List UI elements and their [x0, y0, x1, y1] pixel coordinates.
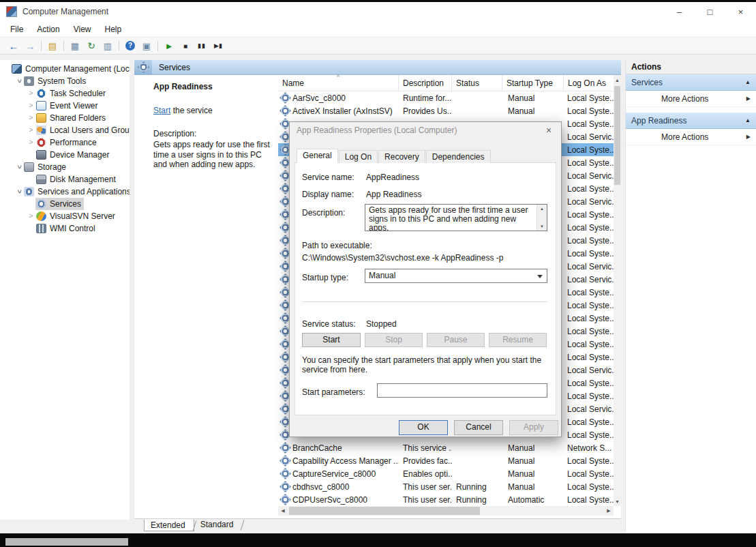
- start-parameters-input[interactable]: [377, 383, 547, 398]
- properties-button[interactable]: ▦: [67, 38, 83, 53]
- tree-item[interactable]: WMI Control: [0, 222, 130, 235]
- expander-icon[interactable]: [27, 102, 35, 109]
- cell-logon-as: Local Syste...: [564, 249, 614, 258]
- description-box[interactable]: Gets apps ready for use the first time a…: [365, 204, 547, 231]
- actions-group-app-readiness-header[interactable]: App Readiness ▲: [626, 113, 756, 129]
- scroll-right-icon[interactable]: ▶: [604, 506, 614, 516]
- ok-button[interactable]: OK: [399, 420, 448, 435]
- column-header[interactable]: Description: [399, 75, 452, 91]
- dialog-tabs: General Log On Recovery Dependencies: [297, 150, 492, 163]
- column-header[interactable]: Log On As: [564, 75, 614, 91]
- expander-icon[interactable]: [14, 188, 23, 195]
- tab-standard[interactable]: Standard: [194, 519, 242, 531]
- minimize-icon[interactable]: –: [664, 2, 695, 21]
- start-service-link[interactable]: Start: [153, 106, 170, 115]
- maximize-icon[interactable]: □: [695, 2, 725, 21]
- service-row[interactable]: Capability Access Manager ... Provides f…: [278, 454, 614, 467]
- column-header[interactable]: Status: [452, 75, 502, 91]
- tree-item[interactable]: Device Manager: [0, 149, 130, 161]
- scroll-left-icon[interactable]: ◀: [278, 506, 288, 516]
- collapse-icon[interactable]: ▲: [745, 117, 751, 123]
- cell-logon-as: Local Syste...: [564, 106, 614, 116]
- service-row[interactable]: cbdhsvc_c8000 This user ser... Running M…: [278, 480, 614, 493]
- tree-item-core: Event Viewer: [35, 100, 100, 112]
- tree-item[interactable]: Task Scheduler: [0, 87, 130, 100]
- tree-item[interactable]: System Tools: [0, 75, 130, 87]
- actions-group-label: App Readiness: [631, 116, 686, 125]
- scroll-down-icon[interactable]: ▼: [614, 497, 621, 506]
- start-service-button[interactable]: ▶: [161, 38, 177, 53]
- menu-item[interactable]: Action: [30, 23, 66, 36]
- service-row[interactable]: CaptureService_c8000 Enables opti... Man…: [278, 467, 614, 480]
- refresh-button[interactable]: ↻: [83, 38, 100, 53]
- forward-button[interactable]: →: [22, 38, 38, 53]
- tree-item[interactable]: Storage: [0, 161, 130, 173]
- pause-service-button[interactable]: ▮▮: [194, 38, 210, 53]
- tree-item[interactable]: Disk Management: [0, 173, 130, 186]
- start-button[interactable]: Start: [302, 333, 361, 347]
- expander-icon[interactable]: [27, 115, 35, 121]
- tree-item-label: System Tools: [37, 76, 86, 86]
- scroll-down-icon[interactable]: ▼: [537, 222, 547, 231]
- tree-item[interactable]: Local Users and Groups: [0, 124, 130, 136]
- cell-name: Capability Access Manager ...: [292, 456, 399, 466]
- tree-item[interactable]: Services and Applications: [0, 186, 130, 198]
- actions-group-services-header[interactable]: Services ▲: [626, 74, 756, 91]
- scrollbar-thumb[interactable]: [289, 507, 480, 515]
- restart-service-button[interactable]: ▶▮: [210, 38, 226, 53]
- scrollbar-thumb[interactable]: [614, 86, 620, 185]
- column-header[interactable]: Startup Type: [502, 75, 564, 91]
- tree-item[interactable]: Performance: [0, 136, 130, 149]
- menu-item[interactable]: View: [67, 23, 98, 36]
- tree-item[interactable]: Event Viewer: [0, 100, 130, 112]
- service-row[interactable]: CDPUserSvc_c8000 This user ser... Runnin…: [278, 493, 614, 506]
- services-gear-icon: [134, 60, 152, 75]
- tree-item[interactable]: Shared Folders: [0, 112, 130, 124]
- tree-item[interactable]: Services: [0, 198, 130, 210]
- expander-icon[interactable]: [14, 164, 23, 171]
- description-scrollbar[interactable]: ▲ ▼: [536, 205, 547, 231]
- cell-startup-type: Manual: [502, 469, 564, 479]
- list-horizontal-scrollbar[interactable]: ◀ ▶: [278, 506, 614, 516]
- dialog-close-icon[interactable]: ×: [536, 122, 561, 138]
- cancel-button[interactable]: Cancel: [454, 420, 503, 435]
- tree-item[interactable]: VisualSVN Server: [0, 210, 130, 222]
- tree-item[interactable]: Computer Management (Local: [0, 63, 130, 75]
- tree-item-core: Services: [35, 198, 84, 210]
- help-button[interactable]: ?: [122, 38, 138, 53]
- service-name-label: Service name:: [302, 173, 354, 182]
- service-row[interactable]: BranchCache This service ... Manual Netw…: [278, 441, 614, 454]
- service-row[interactable]: AarSvc_c8000 Runtime for... Manual Local…: [278, 91, 614, 104]
- show-action-pane-button[interactable]: ▣: [138, 38, 155, 53]
- list-vertical-scrollbar[interactable]: ▲ ▼: [614, 75, 621, 506]
- scroll-up-icon[interactable]: ▲: [537, 205, 547, 213]
- stop-service-button[interactable]: ■: [177, 38, 194, 53]
- close-icon[interactable]: ×: [725, 2, 756, 21]
- menu-item[interactable]: Help: [98, 23, 129, 36]
- scroll-up-icon[interactable]: ▲: [614, 75, 621, 85]
- dialog-tab[interactable]: General: [297, 149, 338, 163]
- show-console-tree-button[interactable]: ▤: [44, 38, 61, 53]
- cell-logon-as: Local Servic...: [564, 275, 614, 284]
- expander-icon[interactable]: [27, 213, 35, 220]
- service-row[interactable]: ActiveX Installer (AxInstSV) Provides Us…: [278, 104, 614, 117]
- back-button[interactable]: ←: [5, 38, 22, 53]
- dialog-tab[interactable]: Dependencies: [426, 150, 491, 163]
- menu-item[interactable]: File: [3, 23, 30, 36]
- divider: [302, 301, 547, 302]
- tab-extended[interactable]: Extended: [144, 519, 194, 531]
- dialog-tab[interactable]: Log On: [339, 150, 378, 163]
- cell-logon-as: Local Syste...: [564, 379, 614, 388]
- expander-icon[interactable]: [27, 139, 35, 146]
- dialog-tab[interactable]: Recovery: [378, 150, 425, 163]
- export-list-button[interactable]: ▥: [100, 38, 116, 53]
- more-actions-app-readiness[interactable]: More Actions ▶: [626, 129, 756, 145]
- tree-item-core: Device Manager: [35, 149, 112, 161]
- expander-icon[interactable]: [27, 127, 35, 134]
- more-actions-services[interactable]: More Actions ▶: [626, 91, 756, 107]
- collapse-icon[interactable]: ▲: [745, 79, 751, 85]
- startup-type-dropdown[interactable]: Manual: [365, 269, 547, 283]
- expander-icon[interactable]: [27, 90, 35, 97]
- tree-item-icon: [36, 211, 46, 221]
- expander-icon[interactable]: [14, 78, 23, 85]
